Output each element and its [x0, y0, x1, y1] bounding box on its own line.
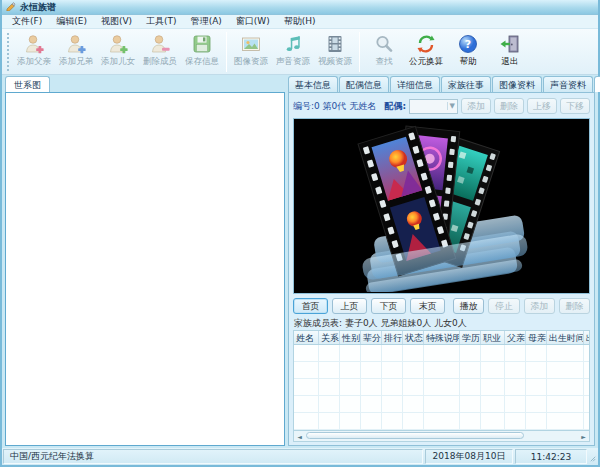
delete-member-button[interactable]: 删除成员: [139, 31, 181, 73]
col-occupation[interactable]: 职业: [481, 331, 505, 344]
add-child-button[interactable]: 添加儿女: [97, 31, 139, 73]
add-father-label: 添加父亲: [17, 56, 51, 68]
app-window: 永恒族谱 文件(F) 编辑(E) 视图(V) 工具(T) 管理(A) 窗口(W)…: [0, 0, 600, 467]
members-table-gridlines: [294, 345, 589, 430]
col-relation[interactable]: 关系: [319, 331, 340, 344]
film-strips-graphic: [332, 120, 552, 292]
resize-grip[interactable]: [588, 448, 598, 465]
first-page-button[interactable]: 首页: [293, 298, 328, 314]
window-title: 永恒族谱: [20, 1, 56, 14]
menu-view[interactable]: 视图(V): [95, 14, 138, 29]
tab-video-materials[interactable]: 视频资料: [594, 76, 600, 92]
move-up-button[interactable]: 上移: [527, 98, 557, 114]
col-status[interactable]: 状态: [403, 331, 424, 344]
play-button[interactable]: 播放: [453, 298, 484, 314]
help-button[interactable]: ? 帮助: [447, 31, 489, 73]
col-birth-place[interactable]: 出生地点: [584, 331, 590, 344]
last-page-button[interactable]: 末页: [410, 298, 445, 314]
menu-tools[interactable]: 工具(T): [140, 14, 183, 29]
status-date: 2018年08月10日: [425, 449, 513, 464]
status-time: 11:42:23: [515, 449, 587, 464]
next-page-button[interactable]: 下页: [371, 298, 406, 314]
sound-resource-button[interactable]: 声音资源: [272, 31, 314, 73]
menu-file[interactable]: 文件(F): [6, 14, 48, 29]
tab-lineage-diagram[interactable]: 世系图: [5, 76, 50, 92]
scroll-left-icon[interactable]: ◄: [294, 431, 305, 441]
save-info-label: 保存信息: [185, 56, 219, 68]
calendar-convert-button[interactable]: 公元换算: [405, 31, 447, 73]
family-tree-canvas[interactable]: [5, 92, 285, 446]
tab-detail-info[interactable]: 详细信息: [390, 76, 440, 92]
video-delete-top-button[interactable]: 删除: [494, 98, 524, 114]
image-resource-icon: [239, 32, 263, 56]
col-gender[interactable]: 性别: [340, 331, 361, 344]
exit-button[interactable]: 退出: [489, 31, 531, 73]
delete-member-label: 删除成员: [143, 56, 177, 68]
stop-button[interactable]: 停止: [488, 298, 519, 314]
add-child-label: 添加儿女: [101, 56, 135, 68]
video-display-area: [293, 118, 590, 294]
image-resource-label: 图像资源: [234, 56, 268, 68]
col-education[interactable]: 学历: [460, 331, 481, 344]
search-label: 查找: [376, 56, 393, 68]
chevron-down-icon: ▼: [447, 102, 457, 110]
image-resource-button[interactable]: 图像资源: [230, 31, 272, 73]
add-father-button[interactable]: 添加父亲: [13, 31, 55, 73]
tab-image-materials[interactable]: 图像资料: [492, 76, 542, 92]
search-button[interactable]: 查找: [363, 31, 405, 73]
save-icon: [190, 32, 214, 56]
video-add-top-button[interactable]: 添加: [461, 98, 491, 114]
detail-tab-strip: 基本信息 配偶信息 详细信息 家族往事 图像资料 声音资料 视频资料: [288, 76, 595, 92]
col-rank[interactable]: 排行: [382, 331, 403, 344]
col-father[interactable]: 父亲: [505, 331, 526, 344]
members-table-hscrollbar[interactable]: ◄ ►: [293, 431, 590, 442]
svg-text:?: ?: [465, 38, 471, 51]
delete-member-icon: [148, 32, 172, 56]
add-brother-label: 添加兄弟: [59, 56, 93, 68]
add-brother-button[interactable]: 添加兄弟: [55, 31, 97, 73]
help-label: 帮助: [460, 56, 477, 68]
family-tree-panel: 世系图: [5, 76, 285, 446]
video-resource-icon: [323, 32, 347, 56]
exit-icon: [498, 32, 522, 56]
menu-edit[interactable]: 编辑(E): [50, 14, 93, 29]
video-resource-label: 视频资源: [318, 56, 352, 68]
toolbar-grip[interactable]: [5, 33, 11, 71]
title-bar[interactable]: 永恒族谱: [2, 0, 598, 15]
col-generation[interactable]: 辈分: [361, 331, 382, 344]
members-table-body[interactable]: [293, 345, 590, 431]
move-down-button[interactable]: 下移: [560, 98, 590, 114]
tab-family-stories[interactable]: 家族往事: [441, 76, 491, 92]
delete-video-button[interactable]: 删除: [559, 298, 590, 314]
add-father-icon: [22, 32, 46, 56]
spouse-select[interactable]: ▼: [409, 99, 458, 114]
members-table-header: 姓名 关系 性别 辈分 排行 状态 特殊说明 学历 职业 父亲 母亲 出生时间 …: [293, 330, 590, 345]
col-special-note[interactable]: 特殊说明: [424, 331, 460, 344]
member-info-row: 编号:0 第0代 无姓名 配偶: ▼ 添加 删除 上移 下移: [293, 96, 590, 116]
exit-label: 退出: [502, 56, 519, 68]
tab-spouse-info[interactable]: 配偶信息: [339, 76, 389, 92]
scroll-thumb[interactable]: [306, 432, 524, 439]
col-name[interactable]: 姓名: [294, 331, 319, 344]
calendar-convert-icon: [414, 32, 438, 56]
add-brother-icon: [64, 32, 88, 56]
main-toolbar: 添加父亲 添加兄弟 添加儿女 删除成员 保存信息: [2, 29, 598, 75]
save-info-button[interactable]: 保存信息: [181, 31, 223, 73]
members-table-caption: 家族成员表: 妻子0人 兄弟姐妹0人 儿女0人: [293, 316, 590, 330]
video-nav-row: 首页 上页 下页 末页 播放 停止 添加 删除: [293, 296, 590, 316]
spouse-label: 配偶:: [385, 100, 407, 113]
menu-help[interactable]: 帮助(H): [278, 14, 322, 29]
tab-basic-info[interactable]: 基本信息: [288, 76, 338, 92]
col-mother[interactable]: 母亲: [526, 331, 547, 344]
scroll-track[interactable]: [305, 431, 578, 441]
member-detail-panel: 基本信息 配偶信息 详细信息 家族往事 图像资料 声音资料 视频资料 编号:0 …: [288, 76, 595, 446]
col-birth-time[interactable]: 出生时间: [547, 331, 584, 344]
video-materials-page: 编号:0 第0代 无姓名 配偶: ▼ 添加 删除 上移 下移: [288, 92, 595, 446]
video-resource-button[interactable]: 视频资源: [314, 31, 356, 73]
prev-page-button[interactable]: 上页: [332, 298, 367, 314]
tab-sound-materials[interactable]: 声音资料: [543, 76, 593, 92]
menu-window[interactable]: 窗口(W): [230, 14, 276, 29]
menu-manage[interactable]: 管理(A): [185, 14, 228, 29]
scroll-right-icon[interactable]: ►: [578, 431, 589, 441]
add-video-button[interactable]: 添加: [524, 298, 555, 314]
